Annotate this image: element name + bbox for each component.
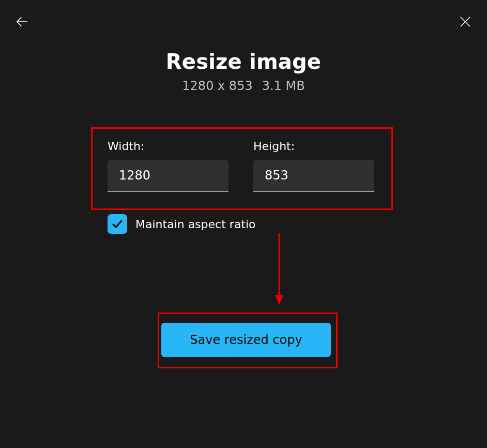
back-button[interactable]: [12, 12, 31, 31]
height-field-group: Height:: [253, 140, 374, 192]
dimension-fields: Width: Height:: [108, 140, 374, 192]
dialog-title: Resize image: [0, 50, 487, 73]
aspect-ratio-checkbox[interactable]: [108, 214, 127, 234]
annotation-arrow-icon: [274, 233, 284, 305]
width-field-group: Width:: [108, 140, 229, 192]
close-button[interactable]: [456, 12, 475, 31]
height-input[interactable]: [253, 160, 374, 192]
aspect-ratio-row: Maintain aspect ratio: [108, 214, 256, 234]
resize-dialog: Resize image 1280 x 8533.1 MB Width: Hei…: [0, 0, 487, 448]
svg-marker-4: [275, 295, 283, 305]
checkmark-icon: [111, 218, 124, 230]
width-label: Width:: [108, 140, 229, 153]
dialog-subtitle: 1280 x 8533.1 MB: [0, 79, 487, 93]
current-dimensions: 1280 x 853: [182, 79, 252, 93]
save-resized-copy-button[interactable]: Save resized copy: [161, 323, 331, 357]
aspect-ratio-label: Maintain aspect ratio: [135, 218, 256, 231]
height-label: Height:: [253, 140, 374, 153]
width-input[interactable]: [108, 160, 229, 192]
file-size: 3.1 MB: [262, 79, 305, 93]
back-arrow-icon: [14, 14, 29, 29]
close-icon: [459, 15, 472, 28]
